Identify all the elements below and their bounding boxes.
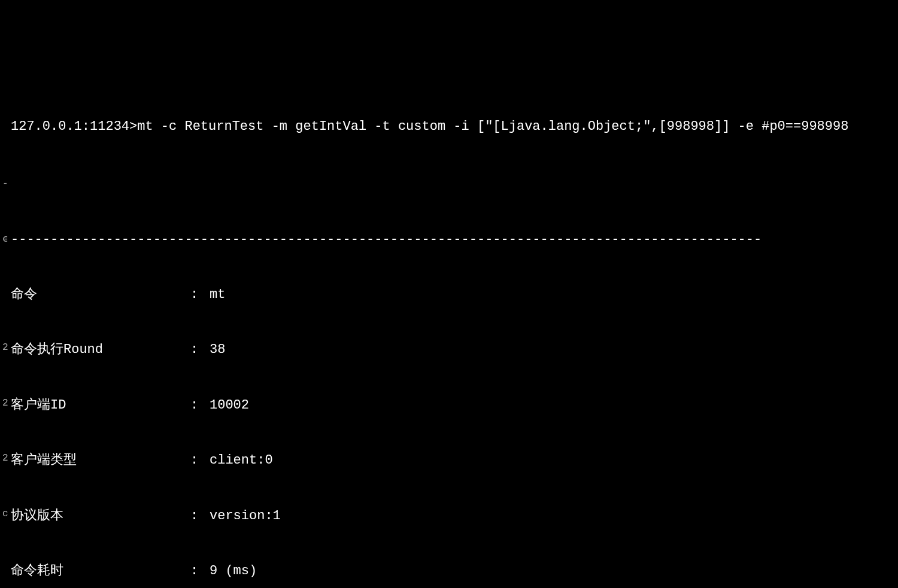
- info-val: client:0: [210, 452, 273, 470]
- info-key: 客户端类型: [11, 452, 190, 470]
- info-sep: :: [190, 397, 210, 415]
- gutter-char: [2, 120, 11, 133]
- gutter-char: [2, 562, 11, 581]
- info-val: 9 (ms): [210, 562, 257, 581]
- info-key: 协议版本: [11, 507, 190, 526]
- info-sep: :: [190, 286, 210, 304]
- info-val: version:1: [210, 507, 281, 526]
- info-sep: :: [190, 341, 210, 359]
- info-key: 客户端ID: [11, 397, 190, 415]
- info-sep: :: [190, 562, 210, 581]
- info-key: 命令执行Round: [11, 341, 190, 359]
- gutter-char: c: [2, 507, 11, 526]
- gutter-char: 2: [2, 341, 11, 359]
- gutter-char: ϵ: [2, 233, 11, 246]
- info-val: mt: [210, 286, 225, 304]
- gutter-char: [2, 286, 11, 304]
- gutter-char: 2: [2, 452, 11, 470]
- gutter-char: -: [2, 177, 11, 190]
- info-key: 命令: [11, 286, 190, 304]
- info-val: 10002: [210, 397, 249, 415]
- gutter-char: 2: [2, 397, 11, 415]
- info-sep: :: [190, 452, 210, 470]
- info-sep: :: [190, 507, 210, 526]
- info-val: 38: [210, 341, 225, 359]
- terminal-output[interactable]: 127.0.0.1:11234>mt -c ReturnTest -m getI…: [0, 81, 898, 588]
- info-key: 命令耗时: [11, 562, 190, 581]
- prompt-command: 127.0.0.1:11234>mt -c ReturnTest -m getI…: [11, 119, 848, 134]
- separator-line: ----------------------------------------…: [11, 232, 762, 247]
